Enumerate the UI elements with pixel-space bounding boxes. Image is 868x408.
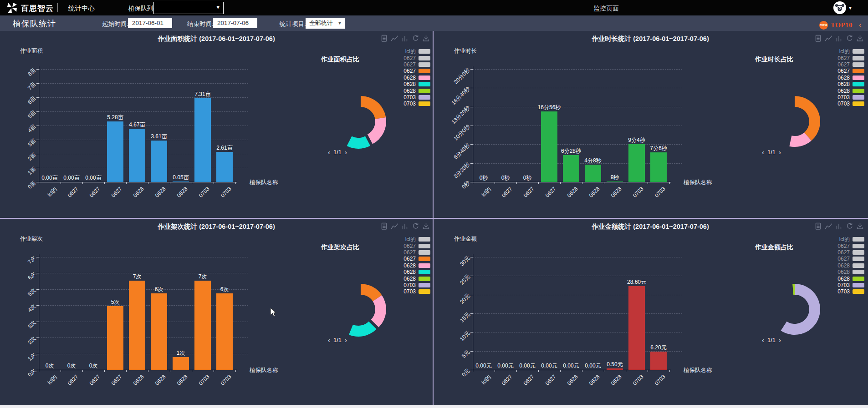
- donut-segment-0627[interactable]: [795, 96, 820, 141]
- legend-item-0627[interactable]: 0627: [403, 55, 430, 61]
- monitor-page-link[interactable]: 监控页面: [593, 5, 619, 13]
- stat-item-select[interactable]: 全部统计 ▼: [306, 18, 345, 29]
- bar-0627[interactable]: [541, 111, 557, 182]
- download-icon[interactable]: [856, 222, 864, 230]
- team-select[interactable]: ▾: [153, 2, 224, 14]
- legend-item-0703[interactable]: 0703: [403, 94, 430, 101]
- bar-chart-icon[interactable]: [835, 35, 843, 42]
- top10-button[interactable]: TOP10: [831, 21, 853, 29]
- line-chart-icon[interactable]: [391, 35, 398, 42]
- user-avatar[interactable]: [833, 1, 846, 14]
- line-chart-icon[interactable]: [825, 222, 832, 230]
- legend-item-0703[interactable]: 0703: [837, 101, 864, 107]
- pager-prev-icon[interactable]: ‹: [762, 148, 764, 156]
- bar-0628[interactable]: [129, 281, 145, 370]
- bar-0703[interactable]: [216, 152, 233, 182]
- download-icon[interactable]: [422, 222, 430, 230]
- legend-item-0628[interactable]: 0628: [403, 87, 430, 94]
- legend-item-0627[interactable]: 0627: [837, 61, 864, 68]
- refresh-icon[interactable]: [412, 222, 419, 230]
- start-date-input[interactable]: [128, 18, 172, 28]
- bar-0627[interactable]: [107, 306, 123, 370]
- donut-segment-0628[interactable]: [347, 136, 371, 149]
- bar-0628[interactable]: [173, 357, 189, 370]
- bar-0627[interactable]: [107, 121, 123, 182]
- pager-next-icon[interactable]: ›: [345, 336, 347, 344]
- legend-item-0628[interactable]: 0628: [403, 81, 430, 87]
- brand-name[interactable]: 百思智云: [21, 3, 54, 14]
- legend-item-0628[interactable]: 0628: [837, 269, 864, 275]
- bar-0703[interactable]: [216, 293, 233, 370]
- legend-item-0627[interactable]: 0627: [837, 256, 864, 262]
- pager-next-icon[interactable]: ›: [779, 148, 781, 156]
- legend-item-0703[interactable]: 0703: [403, 288, 430, 295]
- bar-chart-icon[interactable]: [401, 35, 409, 42]
- collapse-chevron-icon[interactable]: ‹: [859, 20, 862, 30]
- legend-item-0627[interactable]: 0627: [403, 242, 430, 249]
- legend-item-lcl的[interactable]: lcl的: [837, 236, 864, 242]
- legend-item-0628[interactable]: 0628: [837, 262, 864, 269]
- bar-0628[interactable]: [607, 181, 623, 182]
- bar-0703[interactable]: [628, 144, 645, 182]
- pager-prev-icon[interactable]: ‹: [328, 148, 330, 156]
- donut-segment-0628[interactable]: [368, 117, 386, 144]
- bar-0703[interactable]: [650, 352, 667, 370]
- legend-item-0627[interactable]: 0627: [403, 61, 430, 68]
- legend-item-0703[interactable]: 0703: [403, 282, 430, 288]
- line-chart-icon[interactable]: [825, 35, 832, 42]
- download-icon[interactable]: [856, 35, 864, 42]
- donut-segment-0703[interactable]: [781, 284, 820, 335]
- legend-item-lcl的[interactable]: lcl的: [837, 48, 864, 55]
- legend-item-0628[interactable]: 0628: [403, 75, 430, 81]
- legend-item-0627[interactable]: 0627: [837, 55, 864, 61]
- data-view-icon[interactable]: [380, 222, 388, 230]
- legend-item-0627[interactable]: 0627: [403, 249, 430, 256]
- legend-item-lcl的[interactable]: lcl的: [403, 48, 430, 55]
- data-view-icon[interactable]: [814, 35, 822, 42]
- bar-0628[interactable]: [607, 368, 623, 370]
- legend-item-0703[interactable]: 0703: [837, 288, 864, 295]
- legend-item-0628[interactable]: 0628: [837, 275, 864, 282]
- bar-0703[interactable]: [628, 286, 645, 370]
- donut-segment-0628[interactable]: [349, 322, 377, 337]
- bar-chart-icon[interactable]: [835, 222, 843, 230]
- bar-0703[interactable]: [650, 152, 667, 182]
- data-view-icon[interactable]: [814, 222, 822, 230]
- line-chart-icon[interactable]: [391, 222, 398, 230]
- legend-item-0703[interactable]: 0703: [837, 94, 864, 101]
- pager-prev-icon[interactable]: ‹: [762, 336, 764, 344]
- legend-item-0628[interactable]: 0628: [403, 262, 430, 269]
- legend-item-0628[interactable]: 0628: [403, 275, 430, 282]
- bar-0628[interactable]: [173, 181, 189, 182]
- refresh-icon[interactable]: [412, 35, 419, 42]
- bar-0628[interactable]: [563, 155, 579, 182]
- refresh-icon[interactable]: [846, 35, 853, 42]
- legend-item-0627[interactable]: 0627: [403, 256, 430, 262]
- download-icon[interactable]: [422, 35, 430, 42]
- pager-next-icon[interactable]: ›: [345, 148, 347, 156]
- donut-segment-0627[interactable]: [361, 96, 386, 119]
- avatar-chevron-icon[interactable]: ▼: [848, 5, 853, 10]
- menu-stats-center[interactable]: 统计中心: [68, 4, 95, 13]
- legend-item-lcl的[interactable]: lcl的: [403, 236, 430, 242]
- legend-item-0628[interactable]: 0628: [837, 75, 864, 81]
- legend-item-0628[interactable]: 0628: [403, 269, 430, 275]
- legend-item-0703[interactable]: 0703: [837, 282, 864, 288]
- bar-0703[interactable]: [194, 98, 211, 182]
- legend-item-0627[interactable]: 0627: [837, 242, 864, 249]
- legend-item-0627[interactable]: 0627: [403, 68, 430, 74]
- pager-next-icon[interactable]: ›: [779, 336, 781, 344]
- donut-segment-0628[interactable]: [792, 284, 795, 295]
- top10-badge-icon[interactable]: TOP10: [819, 21, 828, 30]
- end-date-input[interactable]: [213, 18, 257, 28]
- legend-item-0703[interactable]: 0703: [403, 101, 430, 107]
- bar-0628[interactable]: [151, 293, 167, 370]
- pager-prev-icon[interactable]: ‹: [328, 336, 330, 344]
- bar-0628[interactable]: [151, 141, 167, 182]
- legend-item-0627[interactable]: 0627: [837, 68, 864, 74]
- bar-0628[interactable]: [585, 165, 601, 182]
- legend-item-0627[interactable]: 0627: [837, 249, 864, 256]
- legend-item-0628[interactable]: 0628: [837, 87, 864, 94]
- bar-chart-icon[interactable]: [401, 222, 409, 230]
- data-view-icon[interactable]: [380, 35, 388, 42]
